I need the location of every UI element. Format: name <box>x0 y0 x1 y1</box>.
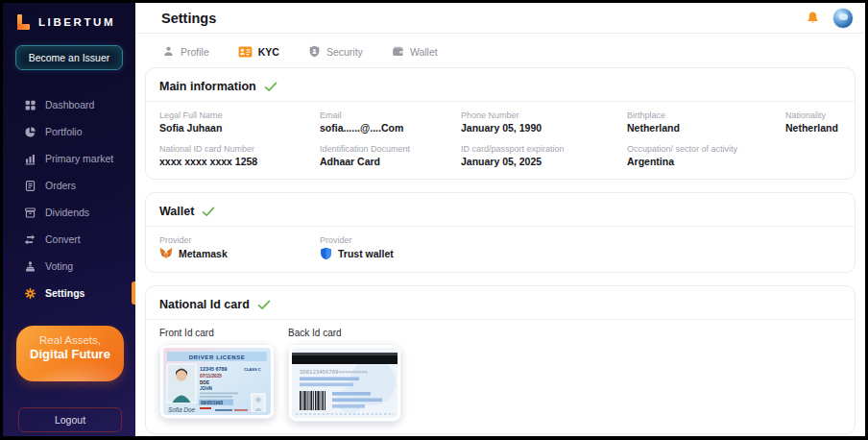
svg-text:12345 6789: 12345 6789 <box>200 366 227 372</box>
tab-label: Profile <box>181 46 209 58</box>
libertum-logo: LIBERTUM <box>3 3 135 30</box>
check-icon <box>264 82 277 92</box>
window-frame: LIBERTUM Become an Issuer Dashboard Port… <box>0 0 868 440</box>
check-icon <box>257 300 271 310</box>
sidebar-item-label: Settings <box>45 287 84 299</box>
libertum-logo-icon <box>17 14 32 30</box>
user-avatar[interactable] <box>832 8 854 29</box>
sidebar-item-convert[interactable]: Convert <box>3 226 135 253</box>
national-id-card-section: National Id card Front Id card DRIVER LI… <box>145 285 856 434</box>
libertum-logo-text: LIBERTUM <box>38 16 115 28</box>
tab-label: KYC <box>258 46 279 58</box>
svg-text:JOHN: JOHN <box>200 386 212 391</box>
sidebar-item-label: Portfolio <box>45 126 83 137</box>
section-title: Main information <box>159 80 256 93</box>
tab-label: Security <box>326 46 363 58</box>
shield-icon <box>308 45 321 58</box>
wallet-icon <box>392 45 404 58</box>
gear-icon <box>24 287 36 300</box>
field-phone-number: Phone Number January 05, 1990 <box>461 110 627 134</box>
trustwallet-icon <box>320 247 332 260</box>
field-email: Email sofia......@....Com <box>320 110 461 134</box>
convert-icon <box>24 233 36 246</box>
tab-label: Wallet <box>410 46 438 58</box>
sidebar-item-orders[interactable]: Orders <box>3 172 135 199</box>
sidebar-item-label: Dividends <box>45 207 89 218</box>
profile-icon <box>162 45 175 58</box>
voting-icon <box>24 260 36 273</box>
dashboard-icon <box>24 99 36 111</box>
front-id-card-image[interactable]: DRIVER LICENSE 12345 6789 CLASS C 07/11/… <box>159 344 275 419</box>
main-information-fields: Legal Full Name Sofia Juhaan Email sofia… <box>159 102 841 167</box>
dividends-icon <box>24 207 36 219</box>
field-id-expiration: ID card/passport expiration January 05, … <box>461 144 627 167</box>
topbar: Settings <box>135 3 865 34</box>
field-birthplace: Birthplace Netherland <box>627 110 785 134</box>
sidebar-nav: Dashboard Portfolio Primary market Order… <box>3 91 135 306</box>
become-issuer-button[interactable]: Become an Issuer <box>15 45 123 70</box>
bar-chart-icon <box>24 153 36 165</box>
field-identification-document: Identification Document Adhaar Card <box>320 144 461 167</box>
sidebar-item-label: Convert <box>45 233 81 245</box>
back-id-label: Back Id card <box>288 328 401 338</box>
sidebar-item-label: Primary market <box>45 153 113 164</box>
id-card-icon <box>238 46 253 58</box>
logout-button[interactable]: Logout <box>18 407 122 432</box>
tab-profile[interactable]: Profile <box>162 45 209 58</box>
front-id-block: Front Id card DRIVER LICENSE 12345 6789 … <box>159 328 275 422</box>
svg-text:09/05/1993: 09/05/1993 <box>201 401 223 405</box>
section-title: Wallet <box>159 205 194 218</box>
promo-line2: Digital Future <box>16 347 124 361</box>
svg-text:ID0123456789<<<<<<<<<: ID0123456789<<<<<<<<< <box>300 369 368 375</box>
provider-trust-wallet: Provider Trust wallet <box>320 235 841 260</box>
settings-tabs: Profile KYC Security Wallet <box>135 34 865 67</box>
back-id-block: Back Id card ID0123456789<<<<<<<<< <box>288 328 401 422</box>
field-legal-full-name: Legal Full Name Sofia Juhaan <box>159 110 320 134</box>
metamask-icon <box>159 247 173 260</box>
portfolio-icon <box>24 126 36 138</box>
sidebar-item-label: Orders <box>45 180 76 191</box>
notification-bell-icon[interactable] <box>800 6 825 31</box>
promo-banner[interactable]: Real Assets, Digital Future <box>16 326 124 381</box>
field-national-id-number: National ID card Number xxxx xxxx xxxx 1… <box>159 144 320 167</box>
svg-text:DRIVER LICENSE: DRIVER LICENSE <box>189 354 246 360</box>
sidebar-item-settings[interactable]: Settings <box>3 280 135 306</box>
main-content: Settings Profile KYC Security Wallet <box>135 3 865 436</box>
svg-text:CLASS C: CLASS C <box>244 367 261 372</box>
app-window: LIBERTUM Become an Issuer Dashboard Port… <box>3 3 865 436</box>
main-information-card: Main information Legal Full Name Sofia J… <box>145 67 856 180</box>
provider-metamask: Provider Metamask <box>159 235 320 260</box>
wallet-card: Wallet Provider Metamask Provider Trust <box>145 192 856 273</box>
svg-text:Sofia Doe: Sofia Doe <box>168 406 196 413</box>
sidebar-item-dividends[interactable]: Dividends <box>3 199 135 226</box>
section-title: National Id card <box>159 298 250 311</box>
page-title: Settings <box>161 11 800 26</box>
tab-wallet[interactable]: Wallet <box>392 45 438 58</box>
check-icon <box>202 207 215 217</box>
sidebar-item-portfolio[interactable]: Portfolio <box>3 118 135 145</box>
promo-line1: Real Assets, <box>16 334 124 346</box>
front-id-label: Front Id card <box>159 328 275 338</box>
sidebar-item-label: Dashboard <box>45 99 94 110</box>
wallet-providers: Provider Metamask Provider Trust wallet <box>159 227 841 260</box>
tab-kyc[interactable]: KYC <box>238 46 279 58</box>
sidebar-item-voting[interactable]: Voting <box>3 253 135 280</box>
back-id-card-image[interactable]: ID0123456789<<<<<<<<< <box>288 344 401 422</box>
sidebar-item-primary-market[interactable]: Primary market <box>3 145 135 172</box>
orders-icon <box>24 180 36 192</box>
field-occupation: Occupation/ sector of activity Argentina <box>627 144 785 167</box>
tab-security[interactable]: Security <box>308 45 363 58</box>
field-nationality: Nationality Netherland <box>785 110 841 134</box>
sidebar: LIBERTUM Become an Issuer Dashboard Port… <box>3 3 135 436</box>
svg-text:DOE: DOE <box>200 380 209 385</box>
sidebar-item-label: Voting <box>45 260 73 272</box>
svg-text:07/11/2025: 07/11/2025 <box>200 374 222 379</box>
sidebar-item-dashboard[interactable]: Dashboard <box>3 91 135 118</box>
